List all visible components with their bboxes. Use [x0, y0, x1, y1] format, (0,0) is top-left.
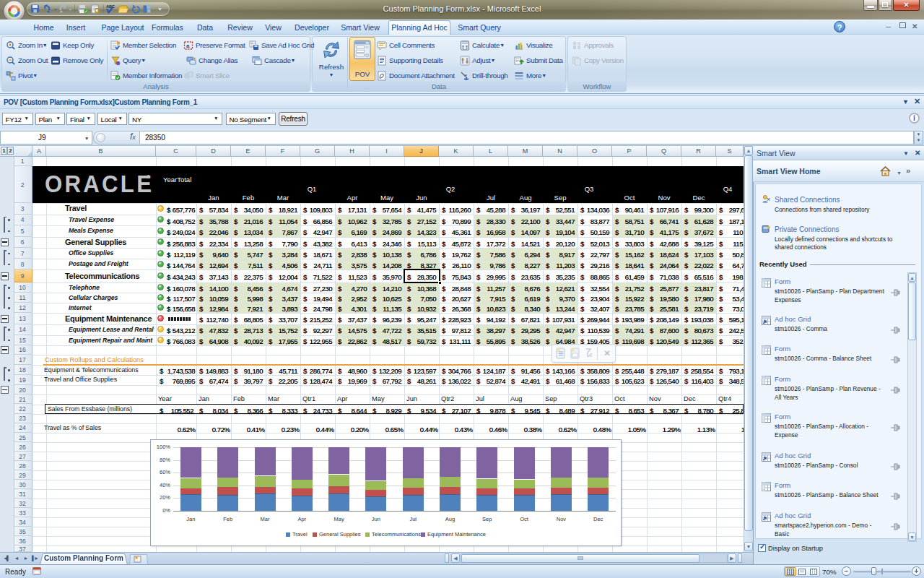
svg-text:ABC: ABC — [106, 4, 115, 9]
svg-text:a: a — [186, 43, 190, 49]
